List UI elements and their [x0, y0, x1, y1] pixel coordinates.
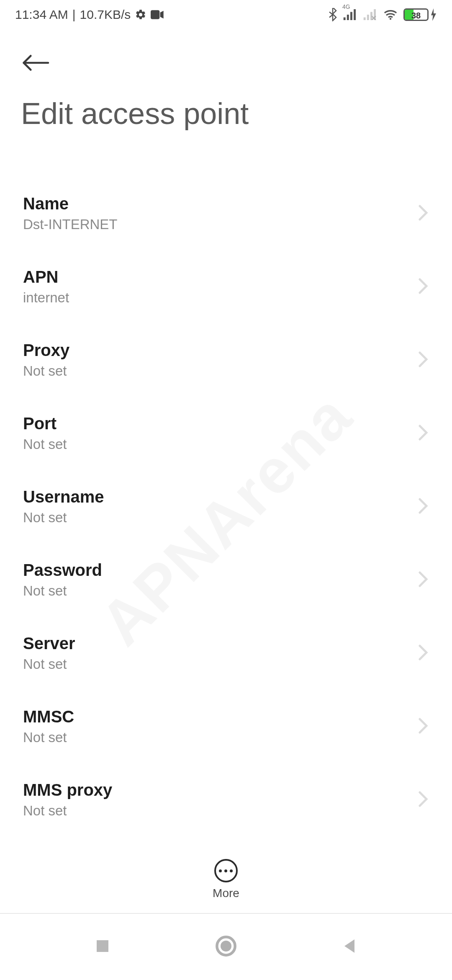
setting-label: MMS proxy	[23, 781, 112, 799]
svg-rect-5	[364, 18, 366, 21]
svg-point-9	[390, 18, 392, 20]
setting-username[interactable]: Username Not set	[0, 470, 452, 543]
setting-value: Not set	[23, 363, 69, 379]
gear-icon	[135, 9, 146, 21]
setting-label: Proxy	[23, 341, 69, 360]
setting-apn[interactable]: APN internet	[0, 250, 452, 323]
wifi-icon	[383, 9, 398, 20]
setting-value: Not set	[23, 583, 102, 599]
setting-proxy[interactable]: Proxy Not set	[0, 323, 452, 397]
nav-back[interactable]	[341, 938, 358, 956]
svg-rect-3	[350, 12, 352, 21]
status-speed: 10.7KB/s	[80, 8, 131, 22]
setting-label: Username	[23, 487, 104, 506]
back-button[interactable]	[21, 46, 54, 80]
more-button[interactable]: More	[213, 859, 239, 900]
chevron-right-icon	[417, 791, 429, 809]
status-left: 11:34 AM | 10.7KB/s	[15, 8, 164, 22]
battery-indicator: 38	[403, 8, 437, 21]
chevron-right-icon	[417, 717, 429, 736]
setting-name[interactable]: Name Dst-INTERNET	[0, 177, 452, 250]
arrow-left-icon	[21, 54, 50, 71]
setting-value: Not set	[23, 656, 75, 672]
setting-port[interactable]: Port Not set	[0, 397, 452, 470]
setting-label: APN	[23, 268, 69, 286]
svg-rect-0	[151, 10, 159, 19]
setting-mms-proxy[interactable]: MMS proxy Not set	[0, 763, 452, 836]
nav-home[interactable]	[215, 935, 237, 959]
status-separator: |	[72, 8, 76, 22]
chevron-right-icon	[417, 351, 429, 369]
chevron-right-icon	[417, 204, 429, 223]
status-bar: 11:34 AM | 10.7KB/s 4G 38	[0, 0, 452, 29]
setting-value: Not set	[23, 436, 67, 452]
status-right: 4G 38	[328, 8, 437, 21]
settings-list: Name Dst-INTERNET APN internet Proxy Not…	[0, 177, 452, 836]
bluetooth-icon	[328, 8, 337, 21]
setting-mmsc[interactable]: MMSC Not set	[0, 690, 452, 763]
setting-password[interactable]: Password Not set	[0, 543, 452, 616]
setting-value: Not set	[23, 803, 112, 819]
status-time: 11:34 AM	[15, 8, 68, 22]
android-nav-bar	[0, 913, 452, 980]
svg-rect-10	[97, 940, 108, 952]
setting-value: Not set	[23, 510, 104, 526]
page-title: Edit access point	[21, 96, 431, 131]
svg-point-12	[221, 941, 231, 952]
more-label: More	[213, 887, 239, 900]
nav-recents[interactable]	[94, 938, 111, 956]
svg-rect-4	[354, 9, 356, 20]
signal-nosim-icon	[363, 9, 378, 20]
svg-rect-2	[347, 15, 349, 20]
setting-label: MMSC	[23, 707, 74, 726]
svg-rect-1	[344, 18, 346, 21]
svg-rect-6	[367, 15, 369, 20]
setting-label: Password	[23, 561, 102, 580]
chevron-right-icon	[417, 644, 429, 663]
setting-label: Port	[23, 414, 67, 433]
chevron-right-icon	[417, 571, 429, 589]
setting-value: Dst-INTERNET	[23, 217, 118, 232]
chevron-right-icon	[417, 424, 429, 443]
setting-value: internet	[23, 290, 69, 306]
charging-icon	[430, 8, 437, 21]
setting-label: Name	[23, 194, 118, 213]
header: Edit access point	[0, 29, 452, 139]
setting-label: Server	[23, 634, 75, 653]
signal-4g-icon: 4G	[343, 9, 357, 20]
setting-server[interactable]: Server Not set	[0, 616, 452, 690]
chevron-right-icon	[417, 278, 429, 296]
chevron-right-icon	[417, 498, 429, 516]
video-icon	[151, 10, 164, 19]
more-icon	[214, 859, 238, 882]
setting-value: Not set	[23, 730, 74, 745]
bottom-overlay: More	[0, 846, 452, 913]
